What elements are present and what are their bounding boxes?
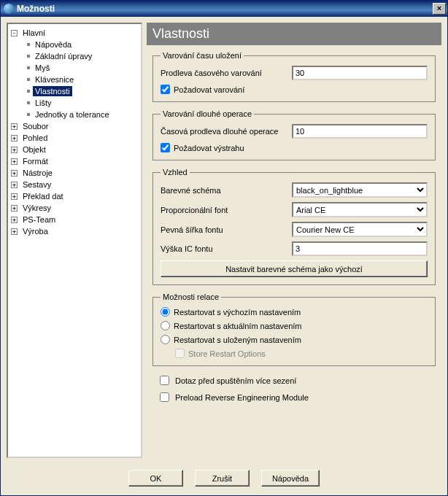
tree-item[interactable]: Výroba	[20, 226, 50, 236]
expander-icon[interactable]: +	[11, 228, 18, 235]
expander-icon[interactable]: +	[11, 182, 18, 188]
reset-scheme-button[interactable]: Nastavit barevné schéma jako výchozí	[161, 260, 428, 277]
group-legend: Varování dlouhé operace	[161, 109, 254, 118]
restart-current-radio[interactable]	[161, 321, 170, 330]
nav-tree[interactable]: - Hlavní NápovědaZákladní úpravyMyšKláve…	[7, 23, 142, 458]
tree-item[interactable]: Základní úpravy	[33, 51, 94, 61]
store-restart-label: Store Restart Options	[188, 349, 266, 358]
restart-saved-radio[interactable]	[161, 335, 170, 344]
app-icon	[4, 4, 14, 14]
restart-saved-label[interactable]: Restartovat s uloženým nastavením	[174, 336, 301, 344]
tree-item[interactable]: Výkresy	[20, 203, 53, 213]
restart-default-radio[interactable]	[161, 307, 170, 317]
store-restart-checkbox	[175, 349, 185, 358]
close-button[interactable]: ×	[433, 3, 446, 15]
tree-item[interactable]: Pohled	[20, 133, 50, 143]
preload-re-label[interactable]: Preload Reverse Engineering Module	[175, 393, 309, 402]
save-require-label[interactable]: Požadovat varování	[174, 85, 244, 94]
tree-branch-icon	[27, 113, 30, 116]
expander-icon[interactable]: +	[11, 147, 18, 153]
tree-item[interactable]: Myš	[33, 63, 52, 73]
expander-icon[interactable]: +	[11, 217, 18, 223]
expander-icon[interactable]: +	[11, 205, 18, 212]
expander-icon[interactable]: +	[11, 170, 18, 177]
tree-branch-icon	[27, 101, 30, 104]
tree-item[interactable]: Objekt	[20, 144, 48, 155]
dialog-buttons: OK Zrušit Nápověda	[7, 462, 441, 489]
long-delay-label: Časová prodleva dlouhé operace	[161, 127, 292, 136]
page-title: Vlastnosti	[147, 23, 441, 45]
group-appearance: Vzhled Barevné schéma black_on_lightblue…	[152, 168, 436, 285]
multi-session-label[interactable]: Dotaz před spuštěním více sezení	[175, 376, 296, 385]
long-require-label[interactable]: Požadovat výstrahu	[174, 144, 244, 152]
ok-button[interactable]: OK	[128, 470, 183, 487]
tree-item[interactable]: Nástroje	[20, 168, 55, 178]
help-button[interactable]: Nápověda	[261, 470, 320, 487]
group-session-options: Možnosti relace Restartovat s výchozím n…	[152, 292, 436, 366]
tree-item[interactable]: Klávesnice	[33, 74, 76, 85]
multi-session-checkbox[interactable]	[160, 376, 169, 385]
tree-item[interactable]: Vlastnosti	[33, 86, 72, 96]
group-legend: Varování času uložení	[161, 51, 244, 60]
color-scheme-label: Barevné schéma	[161, 186, 292, 195]
save-delay-input[interactable]	[292, 66, 428, 80]
restart-current-label[interactable]: Restartovat s aktuálním nastavením	[174, 322, 301, 330]
prop-font-label: Proporcionální font	[161, 206, 292, 214]
expander-icon[interactable]: -	[11, 30, 18, 36]
tree-item[interactable]: Nápověda	[33, 39, 74, 50]
tree-branch-icon	[27, 55, 30, 58]
titlebar: Možnosti ×	[1, 1, 447, 17]
tree-branch-icon	[27, 66, 30, 69]
cancel-button[interactable]: Zrušit	[195, 470, 250, 487]
ic-font-label: Výška IC fontu	[161, 244, 292, 253]
tree-item[interactable]: Lišty	[33, 98, 54, 108]
long-require-checkbox[interactable]	[161, 143, 170, 152]
color-scheme-select[interactable]: black_on_lightblue	[292, 182, 428, 198]
tree-item[interactable]: Sestavy	[20, 179, 53, 190]
tree-branch-icon	[27, 90, 30, 93]
long-delay-input[interactable]	[292, 124, 428, 139]
fixed-font-label: Pevná šířka fontu	[161, 225, 292, 234]
group-legend: Možnosti relace	[161, 292, 221, 301]
group-save-warning: Varování času uložení Prodleva časového …	[152, 51, 436, 102]
tree-branch-icon	[27, 78, 30, 81]
fixed-font-select[interactable]: Courier New CE	[292, 222, 428, 237]
options-window: Možnosti × - Hlavní NápovědaZákladní úpr…	[0, 0, 448, 496]
restart-default-label[interactable]: Restartovat s výchozím nastavením	[174, 308, 301, 317]
expander-icon[interactable]: +	[11, 123, 18, 130]
group-legend: Vzhled	[161, 168, 190, 177]
expander-icon[interactable]: +	[11, 193, 18, 200]
preload-re-checkbox[interactable]	[160, 392, 169, 402]
save-require-checkbox[interactable]	[161, 85, 170, 94]
tree-item[interactable]: Překlad dat	[20, 191, 66, 201]
tree-item[interactable]: Jednotky a tolerance	[33, 109, 112, 120]
save-delay-label: Prodleva časového varování	[161, 69, 292, 77]
window-title: Možnosti	[17, 4, 55, 14]
tree-item[interactable]: Formát	[20, 156, 50, 166]
tree-item[interactable]: PS-Team	[20, 214, 58, 225]
group-long-op-warning: Varování dlouhé operace Časová prodleva …	[152, 109, 436, 160]
tree-root[interactable]: Hlavní	[20, 28, 47, 38]
expander-icon[interactable]: +	[11, 158, 18, 165]
content-pane: Vlastnosti Varování času uložení Prodlev…	[147, 23, 441, 458]
client-area: - Hlavní NápovědaZákladní úpravyMyšKláve…	[1, 17, 447, 495]
expander-icon[interactable]: +	[11, 135, 18, 142]
prop-font-select[interactable]: Arial CE	[292, 202, 428, 217]
tree-branch-icon	[27, 43, 30, 46]
tree-item[interactable]: Soubor	[20, 121, 50, 131]
ic-font-input[interactable]	[292, 241, 428, 256]
